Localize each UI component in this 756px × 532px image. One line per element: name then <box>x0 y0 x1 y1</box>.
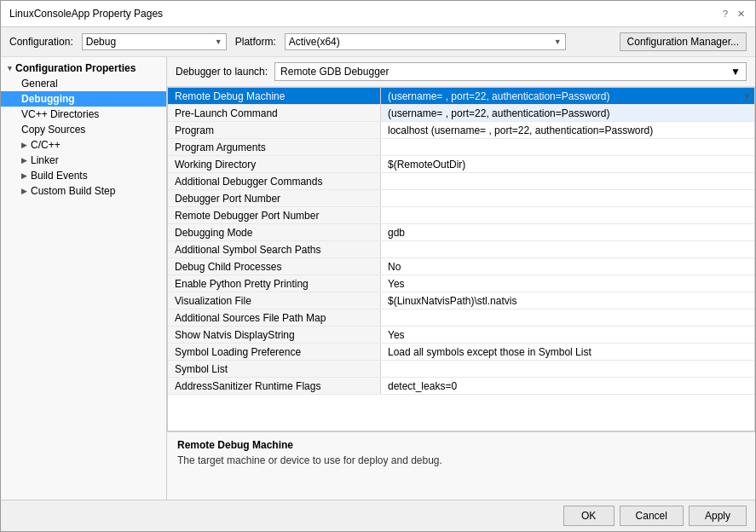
prop-name: Symbol Loading Preference <box>168 344 381 360</box>
table-row[interactable]: Remote Debug Machine(username= , port=22… <box>168 88 754 105</box>
properties-table: Remote Debug Machine(username= , port=22… <box>167 87 755 431</box>
info-title: Remote Debug Machine <box>177 439 745 451</box>
sidebar-item-general[interactable]: General <box>1 76 166 91</box>
sidebar-item-copy-sources[interactable]: Copy Sources <box>1 122 166 137</box>
content-area: ▾Configuration PropertiesGeneralDebuggin… <box>1 57 755 500</box>
info-panel: Remote Debug Machine The target machine … <box>167 431 755 500</box>
prop-value: Load all symbols except those in Symbol … <box>381 344 754 360</box>
prop-value: (username= , port=22, authentication=Pas… <box>381 105 754 121</box>
bottom-buttons: OK Cancel Apply <box>1 500 755 531</box>
table-row[interactable]: Enable Python Pretty PrintingYes <box>168 275 754 292</box>
cancel-button[interactable]: Cancel <box>620 506 684 526</box>
prop-name: Visualization File <box>168 292 381 309</box>
prop-value <box>381 207 754 223</box>
table-row[interactable]: Working Directory$(RemoteOutDir) <box>168 156 754 173</box>
dropdown-arrow-icon: ▼ <box>743 92 751 101</box>
prop-value <box>381 361 754 377</box>
sidebar-item-label: C/C++ <box>31 139 61 151</box>
table-row[interactable]: Symbol Loading PreferenceLoad all symbol… <box>168 344 754 361</box>
table-row[interactable]: Pre-Launch Command(username= , port=22, … <box>168 105 754 122</box>
table-row[interactable]: Debug Child ProcessesNo <box>168 258 754 275</box>
prop-name: Additional Debugger Commands <box>168 173 381 189</box>
prop-value: Yes <box>381 275 754 292</box>
prop-value: $(RemoteOutDir) <box>381 156 754 172</box>
close-button[interactable]: ✕ <box>735 8 747 20</box>
window-title: LinuxConsoleApp Property Pages <box>9 8 163 20</box>
sidebar-item-label: General <box>21 78 58 90</box>
table-row[interactable]: Debugging Modegdb <box>168 224 754 241</box>
prop-name: Working Directory <box>168 156 381 172</box>
debugger-row: Debugger to launch: Remote GDB Debugger … <box>167 57 755 87</box>
apply-button[interactable]: Apply <box>689 506 747 526</box>
sidebar-item-cpp[interactable]: ▶C/C++ <box>1 137 166 153</box>
config-dropdown[interactable]: Debug ▼ <box>82 33 227 50</box>
debugger-select[interactable]: Remote GDB Debugger ▼ <box>274 62 747 81</box>
table-row[interactable]: Remote Debugger Port Number <box>168 207 754 224</box>
config-manager-button[interactable]: Configuration Manager... <box>620 32 747 51</box>
prop-value <box>381 173 754 189</box>
tree-arrow-icon: ▶ <box>21 141 27 149</box>
sidebar-item-label: Custom Build Step <box>31 185 115 197</box>
table-row[interactable]: Programlocalhost (username= , port=22, a… <box>168 122 754 139</box>
tree-arrow-icon: ▶ <box>21 187 27 195</box>
title-bar-controls: ? ✕ <box>719 8 747 20</box>
title-bar: LinuxConsoleApp Property Pages ? ✕ <box>1 1 755 27</box>
table-row[interactable]: Additional Debugger Commands <box>168 173 754 190</box>
help-button[interactable]: ? <box>719 8 731 20</box>
sidebar-item-vcpp[interactable]: VC++ Directories <box>1 107 166 122</box>
prop-value: localhost (username= , port=22, authenti… <box>381 122 754 138</box>
table-row[interactable]: Show Natvis DisplayStringYes <box>168 327 754 344</box>
platform-dropdown[interactable]: Active(x64) ▼ <box>285 33 566 50</box>
prop-value[interactable]: (username= , port=22, authentication=Pas… <box>381 88 754 104</box>
prop-name: Additional Symbol Search Paths <box>168 241 381 257</box>
table-row[interactable]: Additional Symbol Search Paths <box>168 241 754 258</box>
table-row[interactable]: Symbol List <box>168 361 754 378</box>
sidebar-item-label: Build Events <box>31 170 88 182</box>
prop-value: $(LinuxNatvisPath)\stl.natvis <box>381 292 754 309</box>
sidebar-item-custom-build[interactable]: ▶Custom Build Step <box>1 183 166 199</box>
prop-value <box>381 190 754 206</box>
prop-name: Pre-Launch Command <box>168 105 381 121</box>
table-row[interactable]: Visualization File$(LinuxNatvisPath)\stl… <box>168 292 754 309</box>
platform-value: Active(x64) <box>289 36 340 48</box>
config-arrow-icon: ▼ <box>215 38 222 46</box>
table-row[interactable]: Additional Sources File Path Map <box>168 309 754 327</box>
table-row[interactable]: Program Arguments <box>168 139 754 156</box>
sidebar-item-label: Copy Sources <box>21 124 85 136</box>
sidebar-item-label: VC++ Directories <box>21 108 99 120</box>
tree-arrow-icon: ▶ <box>21 156 27 165</box>
sidebar: ▾Configuration PropertiesGeneralDebuggin… <box>1 57 167 500</box>
sidebar-item-build-events[interactable]: ▶Build Events <box>1 168 166 183</box>
prop-name: Show Natvis DisplayString <box>168 327 381 343</box>
prop-name: Additional Sources File Path Map <box>168 309 381 326</box>
debugger-arrow-icon: ▼ <box>730 66 741 78</box>
prop-value <box>381 139 754 155</box>
prop-name: AddressSanitizer Runtime Flags <box>168 378 381 394</box>
sidebar-item-label: Debugging <box>21 93 75 105</box>
prop-value: gdb <box>381 224 754 240</box>
platform-arrow-icon: ▼ <box>554 38 562 46</box>
config-label: Configuration: <box>9 36 73 48</box>
table-row[interactable]: AddressSanitizer Runtime Flagsdetect_lea… <box>168 378 754 395</box>
prop-name: Program Arguments <box>168 139 381 155</box>
sidebar-item-config-props[interactable]: ▾Configuration Properties <box>1 61 166 76</box>
prop-name: Debugging Mode <box>168 224 381 240</box>
debugger-value: Remote GDB Debugger <box>280 66 389 78</box>
table-row[interactable]: Debugger Port Number <box>168 190 754 207</box>
prop-name: Debugger Port Number <box>168 190 381 206</box>
sidebar-item-label: Linker <box>31 154 59 166</box>
prop-name: Program <box>168 122 381 138</box>
sidebar-item-label: Configuration Properties <box>15 62 136 74</box>
sidebar-item-debugging[interactable]: Debugging <box>1 91 166 107</box>
info-desc: The target machine or device to use for … <box>177 454 745 466</box>
prop-value: detect_leaks=0 <box>381 378 754 394</box>
main-panel: Debugger to launch: Remote GDB Debugger … <box>167 57 755 500</box>
prop-value: No <box>381 258 754 275</box>
sidebar-item-linker[interactable]: ▶Linker <box>1 153 166 168</box>
prop-value: Yes <box>381 327 754 343</box>
platform-label: Platform: <box>235 36 276 48</box>
prop-name: Symbol List <box>168 361 381 377</box>
tree-arrow-icon: ▶ <box>21 171 27 180</box>
prop-name: Debug Child Processes <box>168 258 381 275</box>
ok-button[interactable]: OK <box>563 506 615 526</box>
